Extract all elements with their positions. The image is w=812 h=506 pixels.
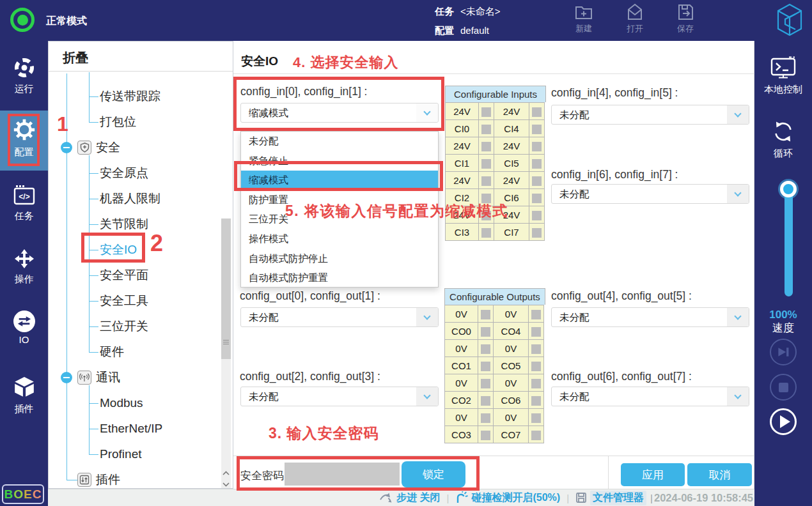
config-out-6-7-dropdown[interactable]: 未分配 (551, 387, 749, 406)
indicator-square-icon (481, 176, 491, 186)
cancel-button[interactable]: 取消 (687, 463, 752, 486)
pin-label: CI1 (446, 155, 479, 172)
step-forward-button[interactable] (770, 339, 797, 365)
sidebar-item-io[interactable]: IO (0, 310, 48, 345)
pin-indicator (529, 172, 545, 189)
topbar: 正常模式 任务<未命名> 配置default 新建 打开 保存 (0, 0, 812, 41)
tree-item-安全平面[interactable]: 安全平面 (49, 263, 220, 288)
tree-connector (89, 122, 98, 123)
tree-connector (89, 403, 98, 404)
pin-indicator (529, 103, 545, 120)
tree-item-安全[interactable]: 安全 (49, 135, 220, 160)
sidebar-item-config[interactable]: 配置 (0, 118, 48, 158)
config-in-0-1-dropdown[interactable]: 缩减模式 (240, 103, 439, 123)
dropdown-option[interactable]: 自动模式防护停止 (241, 249, 438, 269)
tree-connector (89, 352, 98, 353)
indicator-square-icon (532, 142, 542, 151)
scroll-up-icon[interactable] (221, 468, 231, 479)
safety-password-input[interactable] (285, 463, 400, 486)
collision-detection-status[interactable]: 碰撞检测开启(50%) (455, 491, 560, 505)
outputs-table-header: Configurable Outputs (444, 288, 545, 305)
task-label: 任务 (435, 6, 454, 17)
dropdown-option[interactable]: 三位开关 (241, 210, 438, 229)
save-button[interactable]: 保存 (666, 2, 705, 34)
tree-scrollbar[interactable] (221, 218, 231, 489)
collapse-toggle-icon[interactable] (61, 372, 72, 383)
pin-indicator (478, 426, 494, 443)
tree-item-label: 安全原点 (100, 160, 148, 186)
indicator-square-icon (481, 413, 490, 423)
tree-item-label: 插件 (96, 467, 120, 489)
stop-icon (779, 383, 788, 392)
tree-item-硬件[interactable]: 硬件 (49, 339, 220, 365)
indicator-square-icon (481, 107, 491, 117)
pin-label: CO3 (445, 426, 478, 443)
tree-item-label: 安全 (96, 135, 120, 160)
indicator-square-icon (532, 159, 542, 169)
sidebar-item-task[interactable]: </> 任务 (0, 184, 48, 222)
pin-indicator (479, 172, 494, 189)
tree-item-安全原点[interactable]: 安全原点 (49, 160, 220, 186)
scroll-down-icon[interactable] (221, 479, 231, 489)
tree-item-EtherNet/IP[interactable]: EtherNet/IP (49, 416, 220, 441)
config-out-0-1-dropdown[interactable]: 未分配 (240, 307, 439, 327)
pin-indicator (529, 323, 544, 340)
dropdown-option[interactable]: 操作模式 (241, 229, 438, 249)
indicator-square-icon (532, 176, 542, 186)
collapse-toggle-icon[interactable] (61, 142, 72, 153)
tree-item-Modbus[interactable]: Modbus (49, 390, 220, 416)
sidebar-item-operate[interactable]: 操作 (0, 249, 48, 286)
file-manager-button[interactable]: 文件管理器 (575, 491, 646, 505)
tree-item-传送带跟踪[interactable]: 传送带跟踪 (49, 84, 220, 109)
stop-button[interactable] (770, 374, 797, 401)
tree-item-关节限制[interactable]: 关节限制 (49, 211, 220, 237)
dropdown-option[interactable]: 防护重置 (241, 190, 438, 210)
table-row: CO2CO6 (445, 392, 544, 409)
open-button[interactable]: 打开 (615, 2, 655, 34)
sidebar-item-run[interactable]: 运行 (0, 57, 48, 95)
collapse-header[interactable]: 折叠 (49, 42, 233, 72)
config-out-4-5-dropdown[interactable]: 未分配 (551, 307, 749, 327)
pin-label: CO5 (494, 357, 529, 374)
dropdown-option[interactable]: 紧急停止 (241, 151, 438, 171)
pin-indicator (479, 103, 494, 120)
indicator-square-icon (481, 396, 490, 406)
tree-item-安全IO[interactable]: 安全IO (49, 237, 220, 263)
local-control-button[interactable] (770, 56, 796, 83)
dropdown-option[interactable]: 缩减模式 (241, 171, 438, 190)
apply-button[interactable]: 应用 (621, 463, 685, 486)
new-button[interactable]: 新建 (564, 2, 604, 34)
pin-label: 24V (446, 103, 479, 120)
tree-item-三位开关[interactable]: 三位开关 (49, 314, 220, 339)
pin-label: 24V (494, 137, 529, 155)
speed-slider-track[interactable] (785, 188, 793, 296)
tree-connector (89, 429, 98, 429)
loop-arrows-icon (772, 120, 795, 143)
tree-connector (89, 250, 98, 250)
scrollbar-thumb[interactable] (221, 218, 231, 359)
speed-slider-thumb[interactable] (780, 181, 797, 197)
tree-item-通讯[interactable]: 通讯 (49, 365, 220, 390)
pin-indicator (478, 392, 494, 409)
tree-item-安全工具[interactable]: 安全工具 (49, 288, 220, 314)
tree-item-打包位[interactable]: 打包位 (49, 109, 220, 135)
chevron-down-icon (727, 105, 749, 124)
step-mode-status[interactable]: 步进 关闭 (379, 491, 440, 505)
tree-item-插件[interactable]: 插件 (49, 467, 220, 489)
dropdown-option[interactable]: 自动模式防护重置 (241, 268, 438, 288)
pin-label: 24V (494, 172, 529, 189)
play-button[interactable] (770, 408, 797, 435)
dropdown-option[interactable]: 未分配 (241, 132, 438, 151)
tree-item-机器人限制[interactable]: 机器人限制 (49, 186, 220, 211)
right-sidebar: 本地控制 循环 100% 速度 (754, 41, 812, 506)
config-in-6-7-dropdown[interactable]: 未分配 (551, 184, 749, 204)
config-row: 配置default (435, 25, 489, 37)
tree-connector (89, 275, 98, 276)
config-in-4-5-dropdown[interactable]: 未分配 (551, 105, 749, 125)
sidebar-item-plugin[interactable]: 插件 (0, 376, 48, 415)
chevron-down-icon (416, 103, 438, 122)
config-out-2-3-dropdown[interactable]: 未分配 (240, 387, 439, 406)
lock-button[interactable]: 锁定 (402, 461, 465, 487)
loop-button[interactable] (772, 120, 795, 146)
tree-item-Profinet[interactable]: Profinet (49, 441, 220, 467)
